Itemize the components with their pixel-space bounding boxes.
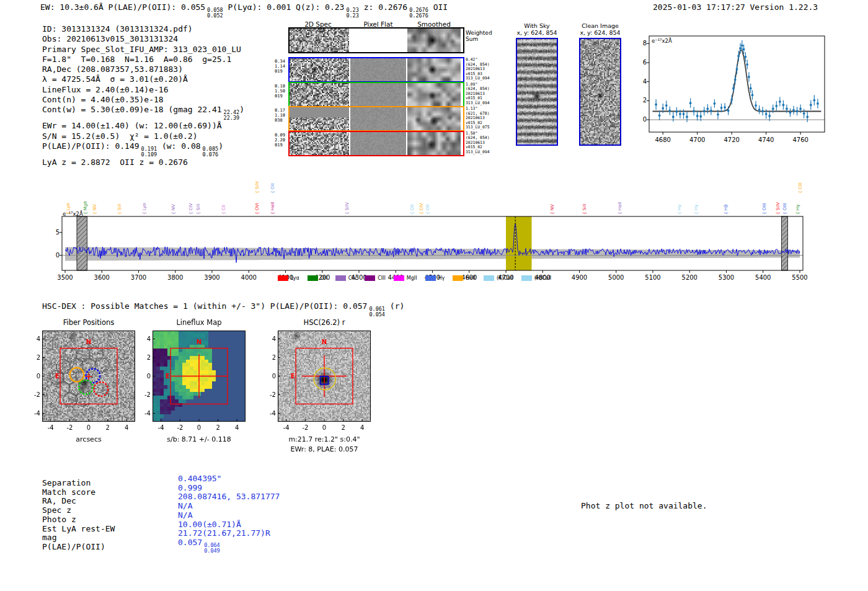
mini-x-tick: 0	[82, 424, 95, 431]
legend-item: Lyα	[278, 275, 299, 281]
header-summary-line: EW: 10.3±0.6Å P(LAE)/P(OII): 0.0550.0580…	[40, 2, 448, 19]
match-row-label: Separation	[42, 479, 115, 488]
timestamp-version: 2025-01-03 17:17:27 Version 1.22.3	[653, 2, 818, 12]
legend-item: Hγ	[425, 275, 445, 281]
mini-y-tick: 2	[32, 354, 40, 361]
svg-text:N: N	[322, 339, 327, 345]
row-2d-spec-image	[290, 58, 349, 81]
emission-line-label: { OII	[425, 205, 430, 215]
lineflux-title: Lineflux Map	[153, 318, 246, 327]
emission-line-label: { SiIV	[345, 202, 350, 215]
emission-line-label: { OII	[410, 205, 415, 215]
fiber-cutout-row	[288, 57, 464, 82]
match-row-label: P(LAE)/P(OII)	[42, 543, 115, 552]
with-sky-title: With Skyx, y: 624, 854	[516, 22, 557, 36]
zoom-y-tick: 6	[639, 59, 647, 66]
svg-text:E: E	[166, 373, 170, 380]
svg-text:E: E	[291, 373, 295, 380]
spectrum-x-tick: 5300	[714, 274, 739, 281]
legend-item: (H)CaII	[521, 275, 551, 281]
zoom-x-tick: 4720	[720, 136, 743, 143]
spectrum-x-tick: 3900	[200, 274, 224, 281]
legend-item: (K)CaII	[484, 275, 513, 281]
zoom-x-tick: 4740	[755, 136, 777, 143]
spectrum-x-tick: 5100	[640, 274, 665, 281]
zoom-unit-label: e⁻¹⁷x2Å	[652, 38, 672, 44]
lineflux-map-plot: Lineflux Map NE s/b: 8.71 +/- 0.118 -4-4…	[144, 316, 255, 450]
info-line: F=1.8" T=0.168 N=1.16 A=0.86 g=25.1	[42, 55, 244, 64]
match-row-label: Est LyA rest-EW	[42, 525, 115, 534]
emission-line-label: { NV	[550, 204, 555, 215]
mini-x-tick: 0	[318, 424, 330, 431]
match-table-labels: SeparationMatch scoreRA, DecSpec zPhoto …	[42, 479, 115, 552]
info-line: Primary Spec_Slot_IFU_AMP: 313_023_010_L…	[42, 45, 244, 55]
mini-y-tick: 4	[268, 335, 276, 342]
mini-x-tick: -2	[299, 424, 311, 431]
zoom-x-tick: 4680	[652, 136, 674, 143]
mini-x-tick: 4	[356, 424, 368, 431]
zoom-x-tick: 4700	[686, 136, 709, 143]
emission-line-label: { CII	[221, 205, 226, 215]
spectrum-x-tick: 5500	[787, 274, 812, 281]
mini-x-tick: -2	[63, 424, 76, 431]
info-line: Cont(w) = 5.30(±0.09)e-18 (gmag 22.4122.…	[42, 105, 244, 121]
weighted-sum-label: Weighted Sum	[466, 30, 492, 42]
emission-line-label: { Lyα	[66, 203, 71, 215]
match-row-value: 0.0570.0640.049	[178, 538, 280, 554]
with-sky-panel	[516, 38, 558, 146]
match-row-label: mag	[42, 533, 115, 543]
legend-swatch	[365, 275, 375, 281]
full-spectrum-plot: 3500360037003800390040004100420043004400…	[53, 166, 825, 290]
spectrum-y-tick: 0	[53, 252, 60, 259]
photz-note: Phot z plot not available.	[581, 501, 707, 510]
with-sky-image	[517, 39, 557, 144]
mini-y-tick: 4	[143, 335, 151, 342]
mini-x-tick: -2	[174, 424, 186, 431]
info-line: EWr = 14.00(±1.40) (w: 12.00(±0.69))Å	[42, 121, 244, 131]
clean-image-title: Clean Imagex, y: 624, 854	[580, 22, 620, 36]
legend-swatch	[453, 275, 463, 281]
emission-line-label: { SiIV	[255, 181, 260, 193]
legend-item: MgII	[394, 275, 417, 281]
info-line: Obs: 20210613v015_3013131324	[42, 34, 244, 44]
zoom-y-tick: 4	[639, 78, 647, 85]
match-row-value: N/A	[178, 511, 280, 520]
fiber-xlabel: arcsecs	[42, 435, 135, 443]
legend-item: OII	[308, 275, 327, 281]
row-right-labels: 1.50"(624, 854)20210613v015_02313_LU_094	[466, 131, 494, 155]
weighted-sum-row	[288, 27, 464, 53]
match-row-label: Spec z	[42, 506, 115, 515]
emission-line-label: { OVI	[255, 203, 260, 215]
match-row-label: Photo z	[42, 515, 115, 525]
spectrum-x-tick: 3700	[126, 274, 151, 281]
row-pixel-flat-image	[350, 132, 406, 155]
row-left-labels: 0.092.20019	[275, 133, 287, 148]
emission-line-label: { Hγ	[677, 205, 682, 215]
lineflux-map-overlay: NE	[153, 331, 246, 422]
emission-line-label: { SiIV	[776, 202, 781, 215]
spectrum-legend: LyαOIICIVCIIIMgIIHγHeII(K)CaII(H)CaII	[278, 275, 551, 281]
row-right-labels: 0.42"(624, 854)20210613v015_03313_LU_094	[466, 58, 494, 81]
emission-line-label: { HeII	[618, 202, 622, 215]
row-pixel-flat-image	[350, 58, 406, 81]
legend-swatch	[308, 275, 318, 281]
spectrum-x-tick: 4000	[236, 274, 261, 281]
emission-line-label: { CIII	[798, 182, 803, 193]
legend-swatch	[484, 275, 494, 281]
mini-x-tick: -4	[280, 424, 293, 431]
mini-x-tick: 0	[193, 424, 205, 431]
info-line: λ = 4725.54Å σ = 3.01(±0.20)Å	[42, 74, 244, 84]
mini-y-tick: -2	[32, 391, 40, 398]
mini-x-tick: 2	[212, 424, 224, 431]
match-table-values: 0.404395"0.999208.087416, 53.871777N/AN/…	[178, 474, 280, 554]
emission-line-label: { MgII	[83, 202, 88, 215]
hsc-title: HSC(26.2) r	[278, 318, 371, 327]
line-fit-plot: 4680470047204740476002468e⁻¹⁷x2Å	[639, 31, 837, 152]
row-pixel-flat-image	[350, 107, 406, 130]
legend-item: CIV	[335, 275, 356, 281]
match-row-label: RA, Dec	[42, 497, 115, 506]
svg-text:N: N	[86, 339, 91, 345]
match-row-value: 0.999	[178, 484, 280, 493]
row-2d-spec-image	[290, 107, 349, 130]
legend-item: CIII	[365, 275, 386, 281]
